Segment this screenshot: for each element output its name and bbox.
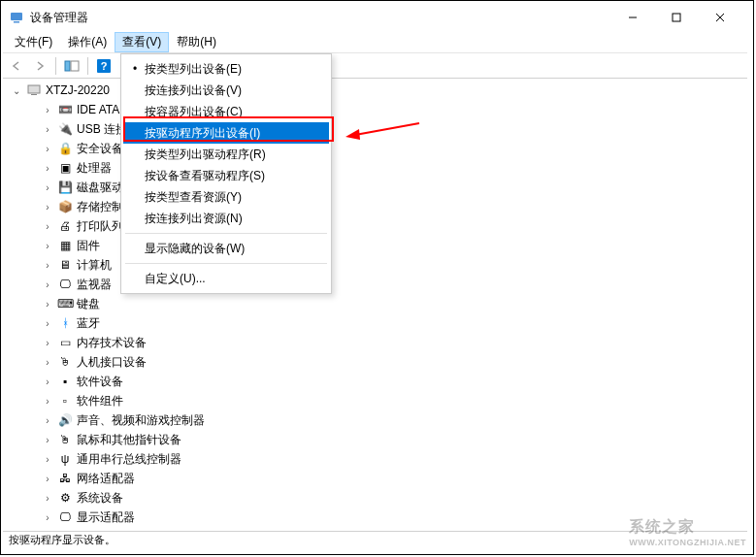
expand-icon[interactable]: › <box>42 202 53 213</box>
menu-item-label: 显示隐藏的设备(W) <box>145 241 245 257</box>
expand-icon[interactable]: › <box>42 377 53 387</box>
expand-icon[interactable]: › <box>42 163 53 174</box>
network-icon: 🖧 <box>57 471 73 486</box>
menu-help[interactable]: 帮助(H) <box>169 32 224 52</box>
expand-icon[interactable]: › <box>42 318 53 329</box>
view-dropdown: •按类型列出设备(E) 按连接列出设备(V) 按容器列出设备(C) 按驱动程序列… <box>120 53 332 294</box>
expand-icon[interactable]: › <box>42 182 53 193</box>
tree-item-label: 监视器 <box>77 277 112 293</box>
menu-item-label: 按类型列出设备(E) <box>145 61 242 78</box>
tree-item-label: 通用串行总线控制器 <box>77 451 181 468</box>
collapse-icon[interactable]: ⌄ <box>11 85 22 96</box>
expand-icon[interactable]: › <box>42 357 53 368</box>
expand-icon[interactable]: › <box>42 260 53 271</box>
expand-icon[interactable]: › <box>42 299 53 310</box>
tree-item[interactable]: ›🖰人机接口设备 <box>3 352 747 372</box>
security-icon: 🔒 <box>57 141 73 156</box>
tree-item-label: 鼠标和其他指针设备 <box>77 432 181 448</box>
menu-drivers-by-type[interactable]: 按类型列出驱动程序(R) <box>123 144 329 165</box>
menu-customize[interactable]: 自定义(U)... <box>123 268 329 289</box>
expand-icon[interactable]: › <box>42 338 53 348</box>
statusbar-text: 按驱动程序显示设备。 <box>9 533 115 547</box>
expand-icon[interactable]: › <box>42 415 53 426</box>
expand-icon[interactable]: › <box>42 279 53 290</box>
tree-item[interactable]: ›▣处理器 <box>3 158 747 178</box>
expand-icon[interactable]: › <box>42 241 53 251</box>
toolbar: ? <box>3 53 747 79</box>
software-component-icon: ▫ <box>57 393 73 409</box>
menu-devices-by-container[interactable]: 按容器列出设备(C) <box>123 101 329 122</box>
tree-item[interactable]: ›📼IDE ATA <box>3 100 747 119</box>
svg-rect-0 <box>11 13 22 20</box>
menu-resources-by-type[interactable]: 按类型查看资源(Y) <box>123 186 329 208</box>
expand-icon[interactable]: › <box>42 435 53 445</box>
tree-item-label: 打印队列 <box>77 218 123 235</box>
expand-icon[interactable]: › <box>42 493 53 504</box>
menu-action[interactable]: 操作(A) <box>60 32 115 52</box>
tree-root[interactable]: ⌄ XTZJ-20220 <box>3 81 747 100</box>
tree-item[interactable]: ›🔊声音、视频和游戏控制器 <box>3 410 747 430</box>
expand-icon[interactable]: › <box>42 396 53 407</box>
keyboard-icon: ⌨ <box>57 296 73 311</box>
expand-icon[interactable]: › <box>42 144 53 154</box>
forward-button[interactable] <box>28 55 51 77</box>
tree-item[interactable]: ›🖥计算机 <box>3 255 747 275</box>
expand-icon[interactable]: › <box>42 474 53 484</box>
tree-item[interactable]: ›🖱鼠标和其他指针设备 <box>3 430 747 449</box>
menu-view[interactable]: 查看(V) <box>115 32 169 52</box>
svg-rect-10 <box>28 85 40 93</box>
toolbar-separator <box>87 57 88 75</box>
tree-item[interactable]: ›ψ通用串行总线控制器 <box>3 449 747 469</box>
system-device-icon: ⚙ <box>57 490 73 506</box>
menu-resources-by-connection[interactable]: 按连接列出资源(N) <box>123 208 329 229</box>
device-tree[interactable]: ⌄ XTZJ-20220 ›📼IDE ATA ›🔌USB 连接 ›🔒安全设备 ›… <box>3 79 747 531</box>
tree-item[interactable]: ›▫软件组件 <box>3 391 747 410</box>
tree-item[interactable]: ›🖨打印队列 <box>3 216 747 236</box>
tree-item-label: 显示适配器 <box>77 509 135 526</box>
menu-file[interactable]: 文件(F) <box>7 32 60 52</box>
tree-item[interactable]: ›🖧网络适配器 <box>3 469 747 488</box>
menu-devices-by-connection[interactable]: 按连接列出设备(V) <box>123 80 329 101</box>
menu-devices-by-driver[interactable]: 按驱动程序列出设备(I) <box>123 122 329 144</box>
menu-drivers-by-device[interactable]: 按设备查看驱动程序(S) <box>123 165 329 186</box>
back-button[interactable] <box>5 55 28 77</box>
show-hide-tree-button[interactable] <box>60 55 83 77</box>
tree-item[interactable]: ›⌨键盘 <box>3 294 747 313</box>
tree-item[interactable]: ›▦固件 <box>3 236 747 255</box>
expand-icon[interactable]: › <box>42 454 53 465</box>
menu-item-label: 按类型查看资源(Y) <box>145 189 242 206</box>
tree-item[interactable]: ›🖵监视器 <box>3 275 747 294</box>
display-adapter-icon: 🖵 <box>57 509 73 525</box>
app-icon <box>9 10 24 25</box>
window-title: 设备管理器 <box>30 10 88 26</box>
tree-item[interactable]: ›ᚼ蓝牙 <box>3 313 747 333</box>
expand-icon[interactable]: › <box>42 124 53 135</box>
tree-item[interactable]: ›🔒安全设备 <box>3 139 747 158</box>
menu-devices-by-type[interactable]: •按类型列出设备(E) <box>123 58 329 80</box>
svg-rect-1 <box>14 21 19 23</box>
menu-item-label: 按类型列出驱动程序(R) <box>145 147 266 163</box>
firmware-icon: ▦ <box>57 238 73 253</box>
tree-item[interactable]: ›⚙系统设备 <box>3 488 747 508</box>
toolbar-separator <box>55 57 56 75</box>
tree-item[interactable]: ›🖵显示适配器 <box>3 508 747 527</box>
maximize-button[interactable] <box>654 4 698 31</box>
menu-show-hidden[interactable]: 显示隐藏的设备(W) <box>123 238 329 259</box>
software-device-icon: ▪ <box>57 374 73 389</box>
expand-icon[interactable]: › <box>42 105 53 115</box>
tree-item-label: 软件组件 <box>77 393 123 410</box>
minimize-button[interactable] <box>610 4 654 31</box>
help-button[interactable]: ? <box>92 55 115 77</box>
ide-icon: 📼 <box>57 102 73 117</box>
tree-item[interactable]: ›▭内存技术设备 <box>3 333 747 352</box>
close-button[interactable] <box>698 4 741 31</box>
menu-separator <box>125 263 327 264</box>
tree-item[interactable]: ›▪软件设备 <box>3 372 747 391</box>
expand-icon[interactable]: › <box>42 512 53 523</box>
expand-icon[interactable]: › <box>42 221 53 232</box>
tree-item[interactable]: ›🔌USB 连接 <box>3 119 747 139</box>
window-controls <box>610 4 741 31</box>
tree-item-label: 键盘 <box>77 296 100 312</box>
tree-item[interactable]: ›📦存储控制 <box>3 197 747 216</box>
tree-item[interactable]: ›💾磁盘驱动 <box>3 178 747 197</box>
